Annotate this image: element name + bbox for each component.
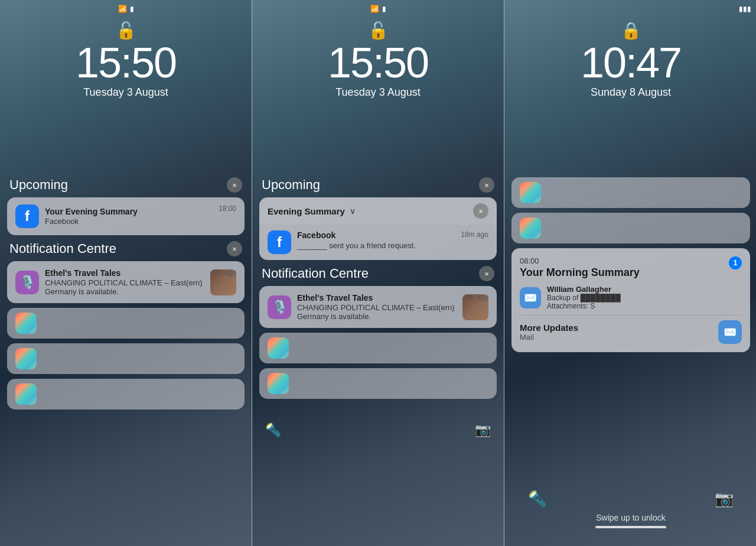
- blurred-card-1b: [7, 343, 245, 374]
- clock-1: 15:50: [0, 41, 252, 84]
- facebook-grouped-content-2: Facebook 18m ago _______ sent you a frie…: [297, 230, 488, 250]
- podcast-notif-title-1: Ethel's Travel Tales: [45, 268, 204, 278]
- blurred-card-3a: [511, 177, 750, 208]
- facebook-grouped-card-2[interactable]: f Facebook 18m ago _______ sent you a fr…: [259, 225, 497, 260]
- shortcuts-icon-1a: [15, 313, 37, 334]
- podcast-notif-card-2[interactable]: 🎙️ Ethel's Travel Tales CHANGING POLITIC…: [259, 286, 497, 328]
- date-3: Sunday 8 August: [504, 86, 756, 99]
- upcoming-close-btn-2[interactable]: ×: [479, 177, 494, 193]
- podcast-notif-subtitle-1: CHANGING POLITICAL CLIMATE – East(ern) G…: [45, 278, 204, 296]
- notif-centre-close-btn-1[interactable]: ×: [227, 241, 242, 256]
- upcoming-title-1: Upcoming: [9, 177, 68, 193]
- notifications-area-1: Upcoming × f Your Evening Summary Facebo…: [7, 177, 245, 414]
- upcoming-header-1: Upcoming ×: [7, 177, 245, 193]
- morning-mail-preview: Backup of ████████: [547, 294, 621, 302]
- more-updates-label: More Updates: [520, 323, 578, 333]
- podcast-notif-content-1: Ethel's Travel Tales CHANGING POLITICAL …: [45, 268, 204, 296]
- podcast-icon-1: 🎙️: [15, 271, 39, 294]
- more-updates-app: Mail: [520, 333, 578, 342]
- morning-mail-content: William Gallagher Backup of ████████ Att…: [547, 285, 621, 310]
- evening-summary-header: Evening Summary ∨ ×: [259, 197, 497, 225]
- shortcuts-icon-2a: [268, 337, 289, 359]
- shortcuts-icon-2b: [268, 373, 289, 394]
- battery-icon-3: ▮▮▮: [739, 5, 751, 13]
- date-1: Tuesday 3 August: [0, 86, 252, 99]
- facebook-grouped-title-row: Facebook 18m ago: [297, 230, 488, 240]
- swipe-bar: [595, 526, 666, 528]
- notif-centre-title-1: Notification Centre: [9, 241, 116, 256]
- podcast-icon-2: 🎙️: [268, 295, 291, 319]
- torch-icon-2: 🔦: [265, 422, 281, 438]
- evening-close-btn-2[interactable]: ×: [473, 203, 488, 219]
- podcast-notif-content-2: Ethel's Travel Tales CHANGING POLITICAL …: [297, 293, 457, 321]
- status-icons-2: 📶 ▮: [370, 5, 386, 13]
- battery-icon-2: ▮: [382, 5, 386, 13]
- notif-centre-close-btn-2[interactable]: ×: [479, 266, 494, 281]
- status-bar-2: 📶 ▮: [252, 0, 504, 18]
- shortcuts-icon-3a: [520, 182, 541, 203]
- status-bar-1: 📶 ▮: [0, 0, 252, 18]
- bottom-bar-3: 🔦 📷 Swipe up to unlock: [504, 478, 756, 546]
- blurred-card-1a: [7, 308, 245, 339]
- facebook-notif-content-1: Your Evening Summary Facebook: [45, 207, 236, 226]
- upcoming-title-2: Upcoming: [262, 177, 320, 193]
- podcast-notif-time-1: 2h ago: [214, 268, 236, 277]
- lock-icon-2: 🔓: [368, 21, 389, 40]
- time-display-1: 15:50 Tuesday 3 August: [0, 41, 252, 99]
- morning-mail-item: ✉️ William Gallagher Backup of ████████ …: [520, 285, 742, 310]
- torch-icon-3[interactable]: 🔦: [528, 490, 547, 508]
- upcoming-header-2: Upcoming ×: [259, 177, 497, 193]
- blurred-card-2b: [259, 368, 497, 399]
- notifications-area-3: 08:00 Your Morning Summary 1 ✉️ William …: [511, 177, 750, 357]
- notif-centre-header-2: Notification Centre ×: [259, 266, 497, 281]
- phone-panel-2: 📶 ▮ 🔓 15:50 Tuesday 3 August Upcoming × …: [252, 0, 504, 546]
- status-icons-1: 📶 ▮: [118, 5, 134, 13]
- morning-summary-card[interactable]: 08:00 Your Morning Summary 1 ✉️ William …: [511, 248, 750, 352]
- podcast-notif-subtitle-2: CHANGING POLITICAL CLIMATE – East(ern) G…: [297, 303, 457, 321]
- shortcuts-icon-1c: [15, 384, 37, 405]
- camera-icon-2: 📷: [475, 422, 491, 438]
- facebook-notif-card-1[interactable]: f Your Evening Summary Facebook 18:00: [7, 197, 245, 235]
- podcast-notif-title-2: Ethel's Travel Tales: [297, 293, 457, 303]
- notif-centre-header-1: Notification Centre ×: [7, 241, 245, 256]
- facebook-icon-2: f: [268, 230, 291, 254]
- status-bar-3: ▮▮▮: [504, 0, 756, 18]
- time-display-2: 15:50 Tuesday 3 August: [252, 41, 504, 99]
- morning-summary-badge: 1: [729, 256, 742, 269]
- clock-2: 15:50: [252, 41, 504, 84]
- morning-summary-time: 08:00: [520, 256, 742, 265]
- date-2: Tuesday 3 August: [252, 86, 504, 99]
- evening-summary-title: Evening Summary: [268, 206, 345, 216]
- time-display-3: 10:47 Sunday 8 August: [504, 41, 756, 99]
- mail-updates-icon: ✉️: [718, 320, 742, 344]
- upcoming-close-btn-1[interactable]: ×: [227, 177, 242, 193]
- mail-icon-3: ✉️: [520, 287, 541, 308]
- morning-mail-preview2: Attachments: S: [547, 302, 621, 310]
- facebook-body-text-2: _______ sent you a friend request.: [297, 241, 416, 250]
- wifi-icon-2: 📶: [370, 5, 379, 13]
- phone-panel-3: ▮▮▮ 🔒 10:47 Sunday 8 August 08:00 Your M…: [504, 0, 756, 546]
- shortcuts-icon-3b: [520, 217, 541, 239]
- facebook-time-2: 18m ago: [461, 230, 488, 240]
- wifi-icon-1: 📶: [118, 5, 127, 13]
- lock-icon-3: 🔒: [621, 21, 641, 40]
- chevron-down-icon[interactable]: ∨: [350, 206, 356, 216]
- podcast-notif-time-2: 2h ago: [467, 293, 488, 301]
- facebook-app-name-2: Facebook: [297, 230, 335, 240]
- shortcuts-icon-1b: [15, 348, 37, 369]
- battery-icon-1: ▮: [130, 5, 134, 13]
- facebook-notif-title-1: Your Evening Summary: [45, 207, 236, 216]
- morning-mail-sender: William Gallagher: [547, 285, 621, 294]
- phone-panel-1: 📶 ▮ 🔓 15:50 Tuesday 3 August Upcoming × …: [0, 0, 252, 546]
- facebook-notif-subtitle-1: Facebook: [45, 217, 236, 226]
- bottom-controls-3: 🔦 📷: [528, 490, 734, 508]
- facebook-icon-1: f: [15, 204, 39, 228]
- blurred-card-2a: [259, 333, 497, 363]
- lock-icon-1: 🔓: [116, 21, 136, 40]
- blurred-card-1c: [7, 379, 245, 410]
- notif-centre-title-2: Notification Centre: [262, 266, 369, 281]
- facebook-notif-time-1: 18:00: [219, 204, 236, 213]
- notifications-area-2: Upcoming × Evening Summary ∨ × f Faceboo…: [259, 177, 497, 438]
- podcast-notif-card-1[interactable]: 🎙️ Ethel's Travel Tales CHANGING POLITIC…: [7, 261, 245, 303]
- camera-icon-3[interactable]: 📷: [715, 490, 734, 508]
